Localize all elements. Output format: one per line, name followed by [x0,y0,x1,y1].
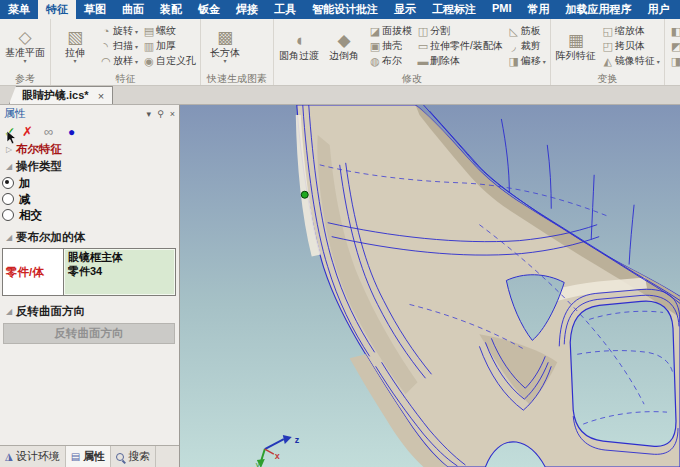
split-icon: ◫ [416,25,430,38]
extrude-button[interactable]: ▧ 拉伸 ▾ [53,28,97,64]
tab-smart-annotation[interactable]: 智能设计批注 [304,0,386,19]
tab-pmi[interactable]: PMI [484,0,520,19]
tab-display[interactable]: 显示 [386,0,424,19]
panel-menu-icon[interactable]: ▾ [147,109,152,119]
reverse-section-header[interactable]: ◢ 反转曲面方向 [0,303,179,320]
expand-icon[interactable]: ▷ [2,145,16,154]
collapse-icon[interactable]: ◢ [2,162,16,171]
radio-button-icon[interactable] [2,193,14,205]
datum-plane-icon: ◇ [18,28,31,47]
search-icon [116,453,124,461]
loft-button[interactable]: ◠ 放样 ▾ [99,54,138,69]
sweep-button[interactable]: ◝ 扫描 ▾ [99,39,138,54]
surface-match-button[interactable]: ◩ 表面匹 [669,39,680,54]
copy-body-button[interactable]: ◰ 拷贝体 [601,39,660,54]
boolean-button[interactable]: ◍ 布尔 [368,54,412,69]
collapse-icon[interactable]: ◢ [2,233,16,242]
cancel-button[interactable]: ✗ [22,124,40,139]
tab-load-apps[interactable]: 加载应用程序 [558,0,640,19]
thicken-icon: ▥ [142,40,156,53]
revolve-button[interactable]: ◔ 旋转 ▾ [99,24,138,39]
group-label-transform: 变换 [553,72,662,85]
tab-design-environment[interactable]: ◮ 设计环境 [0,446,66,467]
surface-move-button[interactable]: ◧ 表面移 [669,24,680,39]
trim-icon: ◞ [507,40,521,53]
fillet-button[interactable]: ◖ 圆角过渡 [276,31,322,62]
selected-vertex-marker[interactable] [301,191,308,198]
sweep-icon: ◝ [99,40,113,53]
tab-feature[interactable]: 特征 [38,0,76,19]
shell-button[interactable]: ▣ 抽壳 [368,39,412,54]
custom-hole-button[interactable]: ◉ 自定义孔 [142,54,196,69]
bodies-section-header[interactable]: ◢ 要布尔加的体 [0,229,179,246]
surface-equal-button[interactable]: ◨ 表面等 [669,54,680,69]
close-document-icon[interactable]: × [98,90,104,102]
stretch-part-button[interactable]: ▭ 拉伸零件/装配体 [416,39,503,54]
collapse-icon[interactable]: ◢ [2,307,16,316]
close-panel-icon[interactable]: × [170,109,175,119]
document-tab[interactable]: 眼睛护镜.ics* × [9,86,113,104]
boolean-feature-header[interactable]: ▷ 布尔特征 [0,141,179,158]
radio-intersect[interactable]: 相交 [0,207,179,223]
pattern-feature-button[interactable]: ▦ 阵列特征 [553,31,599,62]
bodies-table: 零件/体 眼镜框主体 零件34 [2,248,176,296]
extrude-icon: ▧ [67,28,83,47]
blue-dot-icon[interactable]: ● [68,125,75,139]
thicken-button[interactable]: ▥ 加厚 [142,39,196,54]
tab-user[interactable]: 用户 [640,0,678,19]
pin-icon[interactable]: ⚲ [157,109,164,119]
viewport-canvas[interactable]: z y x [180,105,680,467]
radio-button-icon[interactable] [2,177,14,189]
document-title: 眼睛护镜.ics* [22,88,89,103]
bodies-row-label: 零件/体 [3,249,63,295]
tab-menu[interactable]: 菜单 [0,0,38,19]
scale-body-button[interactable]: ◱ 缩放体 [601,24,660,39]
tab-sheetmetal[interactable]: 钣金 [190,0,228,19]
tab-tools[interactable]: 工具 [266,0,304,19]
rib-button[interactable]: ◺ 筋板 [507,24,546,39]
tab-common[interactable]: 常用 [520,0,558,19]
document-tab-bar: 眼睛护镜.ics* × [0,86,680,105]
panel-toolbar: ✓ ✗ ∞ ● [0,122,179,141]
trim-button[interactable]: ◞ 裁剪 [507,39,546,54]
bodies-list[interactable]: 眼镜框主体 零件34 [63,249,175,295]
design-environment-icon: ◮ [5,451,13,462]
face-draft-button[interactable]: ◪ 面拔模 [368,24,412,39]
tab-engineering-annotation[interactable]: 工程标注 [424,0,484,19]
preview-glasses-icon[interactable]: ∞ [44,124,64,139]
list-item[interactable]: 零件34 [68,264,171,278]
scale-body-icon: ◱ [601,25,615,38]
reverse-direction-button[interactable]: 反转曲面方向 [3,323,175,344]
radio-button-icon[interactable] [2,209,14,221]
group-label-reference: 参考 [2,72,48,85]
tab-assembly[interactable]: 装配 [152,0,190,19]
offset-button[interactable]: ◨ 偏移 ▾ [507,54,546,69]
list-item[interactable]: 眼镜框主体 [68,250,171,264]
radio-add[interactable]: 加 [0,175,179,191]
operation-type-header[interactable]: ◢ 操作类型 [0,158,179,175]
dropdown-arrow-icon: ▾ [135,58,138,65]
split-button[interactable]: ◫ 分割 [416,24,503,39]
datum-plane-button[interactable]: ◇ 基准平面 ▾ [2,28,48,64]
chamfer-button[interactable]: ◆ 边倒角 [322,31,366,62]
mouse-cursor [6,131,17,145]
properties-panel: 属性 ▾ ⚲ × ✓ ✗ ∞ ● ▷ 布尔特征 ◢ 操作类 [0,105,180,467]
tab-sketch[interactable]: 草图 [76,0,114,19]
tab-properties[interactable]: ▤ 属性 [66,446,111,467]
thread-button[interactable]: ▤ 螺纹 [142,24,196,39]
delete-body-button[interactable]: ▬ 删除体 [416,54,503,69]
radio-subtract[interactable]: 减 [0,191,179,207]
mirror-feature-button[interactable]: ◭ 镜像特征 ▾ [601,54,660,69]
box-button[interactable]: ▩ 长方体 ▾ [203,28,247,64]
3d-viewport[interactable]: z y x [180,105,680,467]
dropdown-arrow-icon: ▾ [543,58,546,65]
tab-surface[interactable]: 曲面 [114,0,152,19]
tab-search[interactable]: 搜索 [111,446,156,467]
stretch-part-icon: ▭ [416,40,430,53]
cad-application-window: 菜单 特征 草图 曲面 装配 钣金 焊接 工具 智能设计批注 显示 工程标注 P… [0,0,680,467]
tab-weld[interactable]: 焊接 [228,0,266,19]
loft-icon: ◠ [99,55,113,68]
dropdown-arrow-icon: ▾ [73,59,76,64]
axis-x-label: x [275,451,280,461]
surface-move-icon: ◧ [669,25,680,38]
